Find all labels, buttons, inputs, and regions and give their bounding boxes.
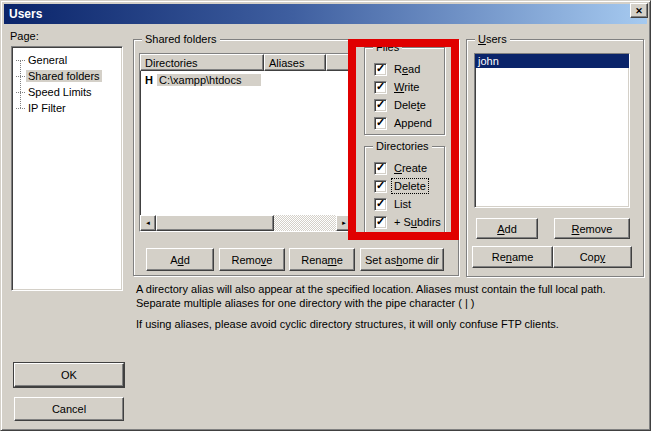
alias-note: A directory alias will also appear at th… — [136, 282, 636, 310]
files-read-option[interactable]: ✓ Read — [365, 60, 444, 78]
page-listbox[interactable]: General Shared folders Speed Limits IP F… — [11, 46, 123, 291]
delete-label: Delete — [392, 98, 428, 112]
scrollbar-thumb[interactable] — [156, 215, 274, 231]
user-name: john — [478, 55, 499, 67]
rename-user-button[interactable]: Rename — [472, 246, 553, 268]
check-icon: ✓ — [376, 216, 385, 227]
cancel-button[interactable]: Cancel — [14, 397, 124, 421]
column-header-filler — [326, 54, 352, 71]
list-checkbox[interactable]: ✓ — [374, 198, 387, 211]
check-icon: ✓ — [376, 117, 385, 128]
close-glyph: ✕ — [635, 6, 643, 16]
read-label: Read — [392, 62, 422, 76]
dir-delete-checkbox[interactable]: ✓ — [374, 180, 387, 193]
directories-options: ✓ Create ✓ Delete ✓ List ✓ + Subdirs — [365, 147, 444, 231]
page-item-label: IP Filter — [26, 102, 68, 114]
files-delete-option[interactable]: ✓ Delete — [365, 96, 444, 114]
left-arrow-glyph: ◄ — [145, 220, 151, 226]
directories-group-label: Directories — [373, 140, 432, 153]
right-arrow-glyph: ► — [341, 220, 347, 226]
subdirs-label: + Subdirs — [392, 215, 443, 229]
subdirs-checkbox[interactable]: ✓ — [374, 216, 387, 229]
create-label: Create — [392, 161, 429, 175]
page-item-general[interactable]: General — [12, 52, 122, 68]
files-append-option[interactable]: ✓ Append — [365, 114, 444, 132]
scroll-left-icon[interactable]: ◄ — [140, 215, 156, 231]
shared-folders-group-label: Shared folders — [142, 33, 220, 46]
check-icon: ✓ — [376, 180, 385, 191]
create-checkbox[interactable]: ✓ — [374, 162, 387, 175]
add-folder-button[interactable]: Add — [146, 248, 214, 271]
remove-user-button[interactable]: Remove — [554, 218, 630, 239]
tree-branch — [16, 76, 25, 77]
shared-folders-list[interactable]: Directories Aliases H C:\xampp\htdocs ◄ … — [139, 53, 353, 232]
add-user-button[interactable]: Add — [476, 218, 538, 239]
column-header-aliases[interactable]: Aliases — [264, 54, 326, 71]
check-icon: ✓ — [376, 162, 385, 173]
dirs-create-option[interactable]: ✓ Create — [365, 159, 444, 177]
page-label: Page: — [10, 30, 39, 42]
page-item-label: Shared folders — [26, 70, 102, 82]
rename-folder-button[interactable]: Rename — [289, 248, 355, 271]
dirs-list-option[interactable]: ✓ List — [365, 195, 444, 213]
check-icon: ✓ — [376, 99, 385, 110]
page-item-shared-folders[interactable]: Shared folders — [12, 68, 122, 84]
directory-row[interactable]: H C:\xampp\htdocs — [140, 72, 352, 87]
list-label: List — [392, 197, 413, 211]
page-item-ip-filter[interactable]: IP Filter — [12, 100, 122, 116]
check-icon: ✓ — [376, 81, 385, 92]
dir-delete-label: Delete — [392, 179, 428, 193]
dirs-delete-option[interactable]: ✓ Delete — [365, 177, 444, 195]
files-write-option[interactable]: ✓ Write — [365, 78, 444, 96]
remove-folder-button[interactable]: Remove — [219, 248, 285, 271]
check-icon: ✓ — [376, 63, 385, 74]
cyclic-note: If using aliases, please avoid cyclic di… — [136, 317, 646, 331]
title-bar[interactable]: Users — [4, 4, 647, 24]
set-as-home-dir-button[interactable]: Set as home dir — [360, 248, 444, 271]
list-header: Directories Aliases — [140, 54, 352, 71]
users-listbox[interactable]: john — [474, 53, 630, 208]
directory-path: C:\xampp\htdocs — [157, 74, 261, 86]
copy-user-button[interactable]: Copy — [553, 246, 632, 268]
scroll-right-icon[interactable]: ► — [336, 215, 352, 231]
delete-checkbox[interactable]: ✓ — [374, 99, 387, 112]
page-item-speed-limits[interactable]: Speed Limits — [12, 84, 122, 100]
tree-branch — [16, 108, 25, 109]
page-item-label: Speed Limits — [26, 86, 94, 98]
ok-button[interactable]: OK — [14, 363, 124, 387]
append-checkbox[interactable]: ✓ — [374, 117, 387, 130]
read-checkbox[interactable]: ✓ — [374, 63, 387, 76]
dirs-subdirs-option[interactable]: ✓ + Subdirs — [365, 213, 444, 231]
users-group-label: Users — [475, 33, 510, 46]
user-item-john[interactable]: john — [475, 54, 629, 68]
page-tree: General Shared folders Speed Limits IP F… — [12, 47, 122, 290]
horizontal-scrollbar[interactable]: ◄ ► — [140, 215, 352, 231]
users-dialog: Users ✕ Page: General Shared folders Spe… — [0, 0, 651, 431]
directories-permissions-group: Directories ✓ Create ✓ Delete ✓ List ✓ +… — [364, 146, 445, 233]
write-label: Write — [392, 80, 421, 94]
tree-branch — [16, 92, 25, 93]
write-checkbox[interactable]: ✓ — [374, 81, 387, 94]
page-item-label: General — [26, 54, 69, 66]
column-header-directories[interactable]: Directories — [140, 54, 264, 71]
window-title: Users — [9, 7, 42, 21]
scrollbar-track[interactable] — [274, 215, 336, 231]
files-group-label: Files — [373, 41, 402, 54]
files-options: ✓ Read ✓ Write ✓ Delete ✓ Append — [365, 48, 444, 132]
append-label: Append — [392, 116, 434, 130]
tree-branch — [16, 60, 25, 61]
files-permissions-group: Files ✓ Read ✓ Write ✓ Delete ✓ Append — [364, 47, 445, 135]
check-icon: ✓ — [376, 198, 385, 209]
home-marker: H — [140, 74, 157, 86]
close-icon[interactable]: ✕ — [630, 3, 648, 18]
